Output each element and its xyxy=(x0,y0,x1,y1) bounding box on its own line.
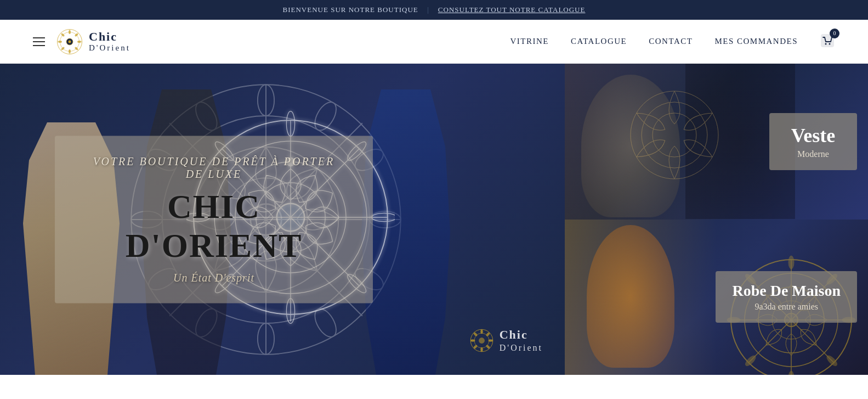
svg-point-94 xyxy=(825,354,838,367)
nav-vitrine[interactable]: VITRINE xyxy=(510,37,549,46)
hero-logo-emblem-icon xyxy=(469,328,494,353)
hero-title: CHIC D'ORIENT xyxy=(82,187,345,265)
svg-point-73 xyxy=(488,339,492,342)
panel1-subtitle: Moderne xyxy=(786,149,841,159)
announcement-welcome: BIENVENUE SUR NOTRE BOUTIQUE xyxy=(283,5,418,14)
logo[interactable]: Chic D'Orient xyxy=(56,28,131,55)
svg-point-15 xyxy=(69,49,71,53)
panel2-subtitle: 9a3da entre amies xyxy=(732,302,841,312)
announcement-bar: BIENVENUE SUR NOTRE BOUTIQUE | CONSULTEZ… xyxy=(0,0,868,20)
cart-button[interactable]: 0 xyxy=(820,33,835,50)
panel2-title: Robe De Maison xyxy=(732,282,841,300)
hero-tagline: Un État D'esprit xyxy=(82,271,345,284)
hero-subtitle: VOTRE BOUTIQUE DE PRÊT À PORTER DE LUXE xyxy=(82,155,345,180)
svg-point-13 xyxy=(77,41,81,43)
svg-point-95 xyxy=(788,371,794,375)
hero-watermark-dorient: D'Orient xyxy=(500,342,543,353)
svg-point-17 xyxy=(58,41,62,43)
nav-contact[interactable]: CONTACT xyxy=(649,37,693,46)
hero-logo-watermark: Chic D'Orient xyxy=(469,328,543,353)
svg-point-80 xyxy=(642,102,707,168)
svg-point-20 xyxy=(69,40,71,43)
hamburger-menu[interactable] xyxy=(33,37,45,46)
panel2-figure-orange xyxy=(587,225,674,368)
svg-point-81 xyxy=(653,113,696,157)
hero-section: VOTRE BOUTIQUE DE PRÊT À PORTER DE LUXE … xyxy=(0,64,565,375)
svg-point-23 xyxy=(829,43,831,44)
logo-emblem-icon xyxy=(56,28,83,55)
logo-text: Chic D'Orient xyxy=(89,30,131,53)
hero-watermark-chic: Chic xyxy=(500,328,543,342)
svg-point-79 xyxy=(631,91,718,179)
panel2-label[interactable]: Robe De Maison 9a3da entre amies xyxy=(716,271,857,323)
announcement-separator: | xyxy=(427,5,429,14)
main-nav: VITRINE CATALOGUE CONTACT MES COMMANDES … xyxy=(510,33,835,50)
logo-dorient: D'Orient xyxy=(89,43,131,53)
svg-point-11 xyxy=(69,30,71,34)
svg-point-22 xyxy=(825,43,827,44)
logo-chic: Chic xyxy=(89,30,131,43)
header: Chic D'Orient VITRINE CATALOGUE CONTACT … xyxy=(0,20,868,64)
svg-point-75 xyxy=(480,347,483,351)
svg-point-96 xyxy=(744,354,757,367)
main-content: VOTRE BOUTIQUE DE PRÊT À PORTER DE LUXE … xyxy=(0,64,868,375)
header-left: Chic D'Orient xyxy=(33,28,131,55)
nav-commandes[interactable]: MES COMMANDES xyxy=(714,37,798,46)
panel1-title: Veste xyxy=(786,124,841,147)
panel-veste[interactable]: Veste Moderne xyxy=(565,64,868,220)
svg-point-77 xyxy=(470,339,475,342)
hero-overlay: VOTRE BOUTIQUE DE PRÊT À PORTER DE LUXE … xyxy=(55,136,373,303)
hero-watermark-text: Chic D'Orient xyxy=(500,328,543,353)
announcement-catalog-link[interactable]: CONSULTEZ TOUT NOTRE CATALOGUE xyxy=(438,5,586,14)
panel-robe[interactable]: Robe De Maison 9a3da entre amies xyxy=(565,220,868,375)
cart-badge: 0 xyxy=(830,29,839,38)
panel1-embroidery-icon xyxy=(620,80,729,190)
right-panels: Veste Moderne xyxy=(565,64,868,375)
nav-catalogue[interactable]: CATALOGUE xyxy=(571,37,627,46)
svg-point-66 xyxy=(479,338,485,344)
svg-point-71 xyxy=(480,329,483,334)
svg-point-91 xyxy=(788,256,794,269)
panel1-label[interactable]: Veste Moderne xyxy=(769,113,857,170)
